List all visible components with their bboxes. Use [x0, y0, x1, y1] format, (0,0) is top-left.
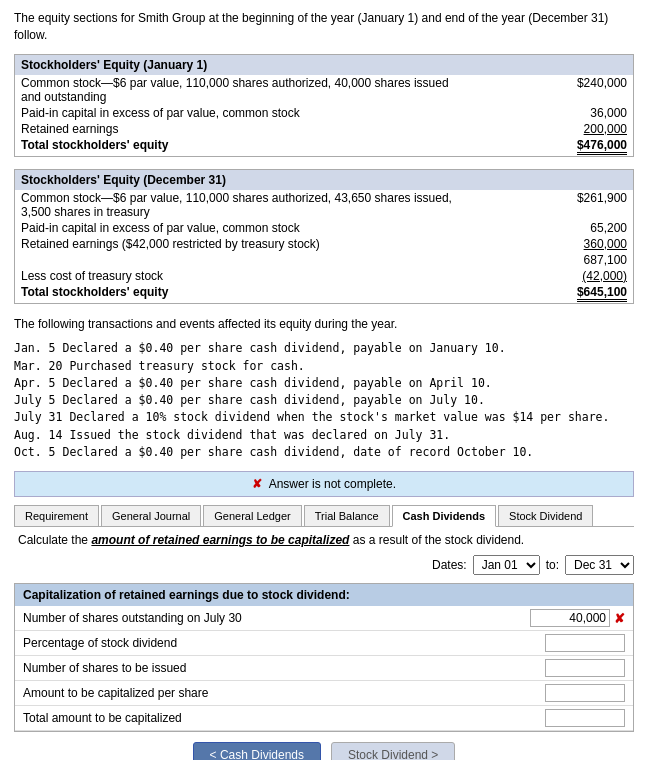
equity-dec-header: Stockholders' Equity (December 31) [15, 170, 633, 190]
equity-dec-total-value: $645,100 [460, 284, 633, 303]
nav-buttons: < Cash Dividends Stock Dividend > [14, 742, 634, 760]
table-row: Total stockholders' equity $645,100 [15, 284, 633, 303]
dates-row: Dates: Jan 01 to: Dec 31 [14, 555, 634, 575]
answer-incomplete-bar: ✘ Answer is not complete. [14, 471, 634, 497]
list-item: Aug. 14 Issued the stock dividend that w… [14, 427, 634, 444]
equity-dec-table: Common stock—$6 par value, 110,000 share… [15, 190, 633, 303]
total-cap-input[interactable] [545, 709, 625, 727]
table-row: Retained earnings ($42,000 restricted by… [15, 236, 633, 252]
tabs-row: Requirement General Journal General Ledg… [14, 505, 634, 527]
cap-table-container: Capitalization of retained earnings due … [14, 583, 634, 732]
tab-stock-dividend[interactable]: Stock Dividend [498, 505, 593, 526]
prev-button[interactable]: < Cash Dividends [193, 742, 321, 760]
list-item: July 5 Declared a $0.40 per share cash d… [14, 392, 634, 409]
date-to-select[interactable]: Dec 31 [565, 555, 634, 575]
calc-instruction: Calculate the amount of retained earning… [14, 533, 634, 547]
equity-jan-total-value: $476,000 [460, 137, 633, 156]
equity-dec-row2-label: Paid-in capital in excess of par value, … [15, 220, 460, 236]
cap-row3-label: Number of shares to be issued [15, 656, 513, 681]
transactions-intro: The following transactions and events af… [14, 316, 634, 333]
error-icon: ✘ [614, 611, 625, 626]
error-icon: ✘ [252, 477, 262, 491]
table-row: Less cost of treasury stock (42,000) [15, 268, 633, 284]
tab-requirement[interactable]: Requirement [14, 505, 99, 526]
shares-to-issue-input[interactable] [545, 659, 625, 677]
dates-label: Dates: [432, 558, 467, 572]
cap-row2-value[interactable] [513, 631, 633, 656]
date-from-select[interactable]: Jan 01 [473, 555, 540, 575]
tab-trial-balance[interactable]: Trial Balance [304, 505, 390, 526]
equity-jan-row2-label: Paid-in capital in excess of par value, … [15, 105, 460, 121]
equity-dec-total-label: Total stockholders' equity [15, 284, 460, 303]
equity-dec-row1-label: Common stock—$6 par value, 110,000 share… [15, 190, 460, 220]
shares-outstanding-input[interactable] [530, 609, 610, 627]
intro-text: The equity sections for Smith Group at t… [14, 10, 634, 44]
equity-jan-header: Stockholders' Equity (January 1) [15, 55, 633, 75]
table-row: Percentage of stock dividend [15, 631, 633, 656]
pct-stock-dividend-input[interactable] [545, 634, 625, 652]
equity-jan-row1-value: $240,000 [460, 75, 633, 105]
cap-row5-label: Total amount to be capitalized [15, 706, 513, 731]
equity-dec-box: Stockholders' Equity (December 31) Commo… [14, 169, 634, 304]
cap-row5-value[interactable] [513, 706, 633, 731]
list-item: Mar. 20 Purchased treasury stock for cas… [14, 358, 634, 375]
cap-per-share-input[interactable] [545, 684, 625, 702]
cap-row1-value[interactable]: ✘ [513, 606, 633, 631]
equity-jan-box: Stockholders' Equity (January 1) Common … [14, 54, 634, 157]
equity-jan-row3-label: Retained earnings [15, 121, 460, 137]
date-to-label: to: [546, 558, 559, 572]
list-item: Oct. 5 Declared a $0.40 per share cash d… [14, 444, 634, 461]
list-item: Jan. 5 Declared a $0.40 per share cash d… [14, 340, 634, 357]
equity-dec-row2-value: 65,200 [460, 220, 633, 236]
table-row: Common stock—$6 par value, 110,000 share… [15, 190, 633, 220]
table-row: Retained earnings 200,000 [15, 121, 633, 137]
equity-jan-table: Common stock—$6 par value, 110,000 share… [15, 75, 633, 156]
table-row: Number of shares to be issued [15, 656, 633, 681]
equity-jan-total-label: Total stockholders' equity [15, 137, 460, 156]
next-button[interactable]: Stock Dividend > [331, 742, 455, 760]
tab-general-journal[interactable]: General Journal [101, 505, 201, 526]
cap-table: Number of shares outstanding on July 30 … [15, 606, 633, 731]
equity-jan-row3-value: 200,000 [460, 121, 633, 137]
transaction-list: Jan. 5 Declared a $0.40 per share cash d… [14, 340, 634, 461]
equity-dec-row1-value: $261,900 [460, 190, 633, 220]
tab-cash-dividends[interactable]: Cash Dividends [392, 505, 497, 527]
list-item: Apr. 5 Declared a $0.40 per share cash d… [14, 375, 634, 392]
cap-table-header: Capitalization of retained earnings due … [15, 584, 633, 606]
table-row: Paid-in capital in excess of par value, … [15, 105, 633, 121]
equity-dec-row4-value: 687,100 [460, 252, 633, 268]
tab-general-ledger[interactable]: General Ledger [203, 505, 301, 526]
cap-row3-value[interactable] [513, 656, 633, 681]
equity-dec-row3-value: 360,000 [460, 236, 633, 252]
cap-row2-label: Percentage of stock dividend [15, 631, 513, 656]
answer-incomplete-text: Answer is not complete. [269, 477, 396, 491]
table-row: Total amount to be capitalized [15, 706, 633, 731]
list-item: July 31 Declared a 10% stock dividend wh… [14, 409, 634, 426]
equity-dec-row5-value: (42,000) [460, 268, 633, 284]
equity-jan-row2-value: 36,000 [460, 105, 633, 121]
cap-row4-value[interactable] [513, 681, 633, 706]
table-row: 687,100 [15, 252, 633, 268]
equity-jan-row1-label: Common stock—$6 par value, 110,000 share… [15, 75, 460, 105]
table-row: Total stockholders' equity $476,000 [15, 137, 633, 156]
equity-dec-row5-label: Less cost of treasury stock [15, 268, 460, 284]
cap-row1-label: Number of shares outstanding on July 30 [15, 606, 513, 631]
cap-row4-label: Amount to be capitalized per share [15, 681, 513, 706]
equity-dec-row3-label: Retained earnings ($42,000 restricted by… [15, 236, 460, 252]
table-row: Common stock—$6 par value, 110,000 share… [15, 75, 633, 105]
table-row: Number of shares outstanding on July 30 … [15, 606, 633, 631]
table-row: Amount to be capitalized per share [15, 681, 633, 706]
equity-dec-row4-label [15, 252, 460, 268]
table-row: Paid-in capital in excess of par value, … [15, 220, 633, 236]
